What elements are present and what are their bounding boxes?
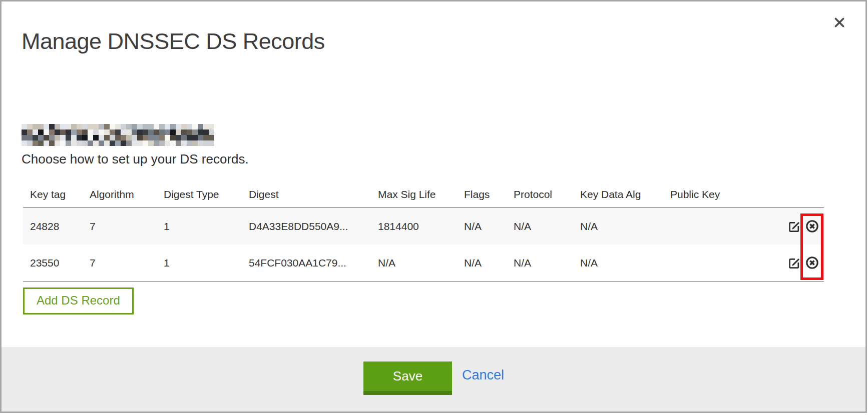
column-header-algorithm: Algorithm xyxy=(90,188,164,208)
column-header-max-sig-life: Max Sig Life xyxy=(378,188,464,208)
column-header-key-data-alg: Key Data Alg xyxy=(580,188,670,208)
cell-key-data-alg: N/A xyxy=(580,244,670,282)
table-row: 24828 7 1 D4A33E8DD550A9... 1814400 N/A … xyxy=(23,208,824,244)
cell-key-tag: 24828 xyxy=(23,208,90,244)
page-title: Manage DNSSEC DS Records xyxy=(22,28,325,54)
cell-public-key xyxy=(670,244,786,282)
cancel-link[interactable]: Cancel xyxy=(462,368,504,383)
column-header-actions xyxy=(786,188,824,208)
delete-icon xyxy=(805,219,819,234)
cell-key-data-alg: N/A xyxy=(580,208,670,244)
cell-digest: D4A33E8DD550A9... xyxy=(249,208,378,244)
table-row: 23550 7 1 54FCF030AA1C79... N/A N/A N/A … xyxy=(23,244,824,282)
column-header-digest: Digest xyxy=(249,188,378,208)
edit-icon xyxy=(787,256,801,270)
cell-algorithm: 7 xyxy=(90,208,164,244)
delete-record-button[interactable] xyxy=(804,256,820,270)
close-button[interactable] xyxy=(831,14,847,30)
cell-digest: 54FCF030AA1C79... xyxy=(249,244,378,282)
delete-record-button[interactable] xyxy=(804,219,820,234)
cell-flags: N/A xyxy=(464,208,514,244)
edit-record-button[interactable] xyxy=(787,220,801,233)
add-ds-record-button[interactable]: Add DS Record xyxy=(23,288,134,314)
edit-icon xyxy=(787,220,801,233)
cell-key-tag: 23550 xyxy=(23,244,90,282)
ds-records-table: Key tag Algorithm Digest Type Digest Max… xyxy=(23,188,824,282)
delete-icon xyxy=(805,256,819,270)
cell-digest-type: 1 xyxy=(164,208,249,244)
cell-digest-type: 1 xyxy=(164,244,249,282)
save-button[interactable]: Save xyxy=(363,362,452,395)
column-header-key-tag: Key tag xyxy=(23,188,90,208)
redacted-domain-name xyxy=(22,124,214,146)
cell-public-key xyxy=(670,208,786,244)
cell-max-sig-life: 1814400 xyxy=(378,208,464,244)
close-icon xyxy=(832,16,846,30)
column-header-flags: Flags xyxy=(464,188,514,208)
setup-instructions-text: Choose how to set up your DS records. xyxy=(22,152,249,167)
dialog-footer: Save Cancel xyxy=(2,347,865,412)
column-header-protocol: Protocol xyxy=(514,188,580,208)
cell-actions xyxy=(786,244,824,282)
cell-algorithm: 7 xyxy=(90,244,164,282)
manage-dnssec-dialog: Manage DNSSEC DS Records Choose how to s… xyxy=(0,0,867,413)
cell-flags: N/A xyxy=(464,244,514,282)
edit-record-button[interactable] xyxy=(787,256,801,270)
cell-actions xyxy=(786,208,824,244)
column-header-digest-type: Digest Type xyxy=(164,188,249,208)
table-header-row: Key tag Algorithm Digest Type Digest Max… xyxy=(23,188,824,208)
cell-protocol: N/A xyxy=(514,244,580,282)
cell-max-sig-life: N/A xyxy=(378,244,464,282)
cell-protocol: N/A xyxy=(514,208,580,244)
column-header-public-key: Public Key xyxy=(670,188,786,208)
